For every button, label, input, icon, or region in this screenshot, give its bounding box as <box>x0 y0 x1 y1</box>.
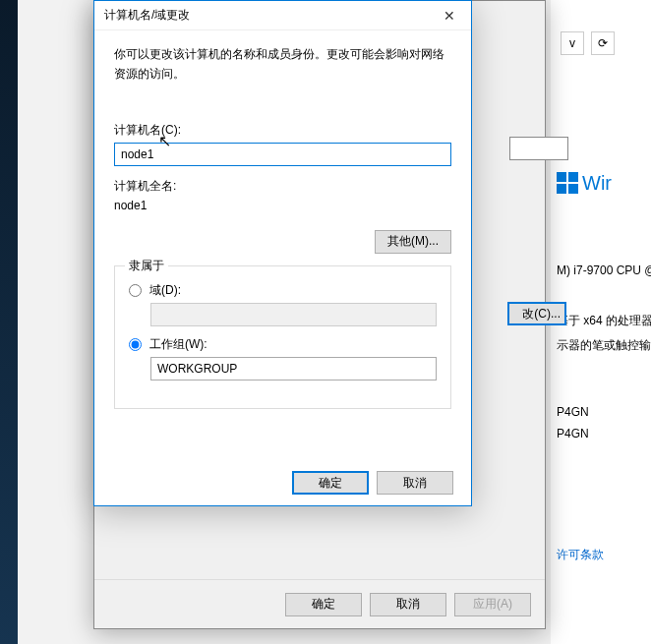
full-name-value: node1 <box>114 199 451 212</box>
full-name-label: 计算机全名: <box>114 178 451 195</box>
dialog-description: 你可以更改该计算机的名称和成员身份。更改可能会影响对网络资源的访问。 <box>114 44 451 85</box>
sys-apply-button: 应用(A) <box>454 593 531 616</box>
name-fragment-2: P4GN <box>551 423 651 444</box>
dialog-title: 计算机名/域更改 <box>104 7 190 24</box>
touch-fragment: 示器的笔或触控输入 <box>551 333 651 358</box>
workgroup-input[interactable] <box>150 357 437 381</box>
cpu-fragment: M) i7-9700 CPU @ <box>551 260 651 281</box>
dialog-titlebar[interactable]: 计算机名/域更改 ✕ <box>94 1 471 30</box>
dialog-footer: 确定 取消 <box>94 460 471 505</box>
domain-input <box>150 303 437 326</box>
computer-name-change-dialog: 计算机名/域更改 ✕ 你可以更改该计算机的名称和成员身份。更改可能会影响对网络资… <box>93 0 472 506</box>
sys-ok-button[interactable]: 确定 <box>285 593 362 616</box>
workgroup-radio-label: 工作组(W): <box>149 336 207 353</box>
bg-input-fragment <box>509 137 568 160</box>
domain-radio-label: 域(D): <box>149 282 181 299</box>
refresh-icon[interactable]: ⟳ <box>591 31 615 55</box>
computer-name-input[interactable] <box>114 143 451 166</box>
ok-button[interactable]: 确定 <box>292 471 369 495</box>
dropdown-toggle[interactable]: v <box>561 31 584 55</box>
domain-radio[interactable] <box>129 284 142 297</box>
system-properties-footer: 确定 取消 应用(A) <box>94 579 545 628</box>
domain-radio-row[interactable]: 域(D): <box>129 282 437 299</box>
membership-group: 隶属于 域(D): 工作组(W): <box>114 265 451 409</box>
sys-cancel-button[interactable]: 取消 <box>370 593 446 616</box>
windows-text: Wir <box>582 172 612 195</box>
license-link[interactable]: 许可条款 <box>551 543 651 567</box>
name-fragment-1: P4GN <box>551 401 651 423</box>
change-button-label: 改(C)... <box>522 306 561 322</box>
more-button[interactable]: 其他(M)... <box>375 230 451 254</box>
windows-icon <box>557 172 578 194</box>
workgroup-radio[interactable] <box>129 338 142 351</box>
close-button[interactable]: ✕ <box>428 1 471 30</box>
membership-group-title: 隶属于 <box>125 258 168 274</box>
computer-name-label: 计算机名(C): <box>114 122 451 139</box>
windows-logo: Wir <box>557 172 612 195</box>
change-button-fragment[interactable]: 改(C)... <box>507 302 566 325</box>
dialog-body: 你可以更改该计算机的名称和成员身份。更改可能会影响对网络资源的访问。 计算机名(… <box>94 30 471 460</box>
workgroup-radio-row[interactable]: 工作组(W): <box>129 336 437 353</box>
desktop-edge <box>0 0 18 644</box>
close-icon: ✕ <box>444 8 455 24</box>
cancel-button[interactable]: 取消 <box>377 471 453 495</box>
